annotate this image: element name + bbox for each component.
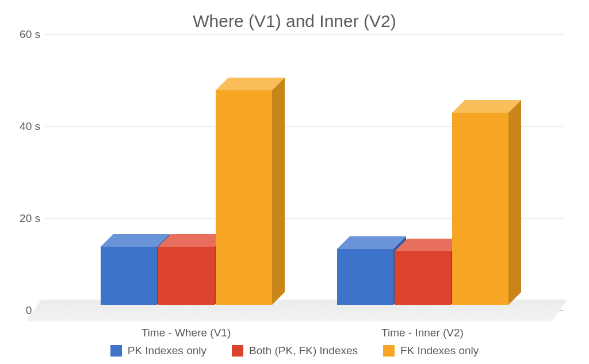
legend-item: FK Indexes only	[383, 344, 479, 357]
legend-swatch	[383, 345, 395, 357]
x-axis-labels: Time - Where (V1)Time - Inner (V2)	[45, 327, 564, 339]
y-axis-ticks: 0 s20 s40 s60 s	[14, 35, 43, 311]
y-tick-label: 60 s	[20, 28, 40, 41]
bar	[101, 247, 157, 305]
legend-swatch	[110, 345, 122, 357]
bar	[216, 90, 272, 305]
y-tick-label: 20 s	[20, 212, 40, 225]
plot-area: 0 s20 s40 s60 s Time - Where (V1)Time - …	[45, 35, 564, 311]
legend-item: Both (PK, FK) Indexes	[232, 344, 358, 357]
bar-front-face	[158, 247, 215, 305]
bar-side-face	[272, 78, 285, 305]
bar-front-face	[395, 251, 451, 305]
bar-front-face	[337, 249, 393, 305]
chart-title: Where (V1) and Inner (V2)	[14, 12, 575, 31]
legend: PK Indexes onlyBoth (PK, FK) IndexesFK I…	[0, 344, 589, 357]
bar	[395, 251, 451, 305]
bars-area	[45, 37, 564, 305]
bar	[452, 113, 508, 305]
legend-label: Both (PK, FK) Indexes	[249, 344, 358, 357]
bar-front-face	[101, 247, 157, 305]
x-axis-category-label: Time - Inner (V2)	[331, 327, 515, 339]
bar-front-face	[452, 113, 508, 305]
y-tick-label: 40 s	[20, 120, 40, 133]
legend-swatch	[232, 345, 243, 357]
bar	[337, 249, 393, 305]
bar-front-face	[216, 90, 272, 305]
bar-group	[101, 90, 272, 305]
bar-side-face	[508, 100, 521, 305]
x-axis-category-label: Time - Where (V1)	[94, 327, 278, 339]
legend-item: PK Indexes only	[110, 344, 206, 357]
gridline	[45, 35, 564, 35]
bar-chart: Where (V1) and Inner (V2) 0 s20 s40 s60 …	[0, 0, 589, 364]
legend-label: FK Indexes only	[400, 344, 479, 357]
bar-group	[337, 113, 508, 305]
bar	[158, 247, 215, 305]
legend-label: PK Indexes only	[128, 344, 206, 357]
